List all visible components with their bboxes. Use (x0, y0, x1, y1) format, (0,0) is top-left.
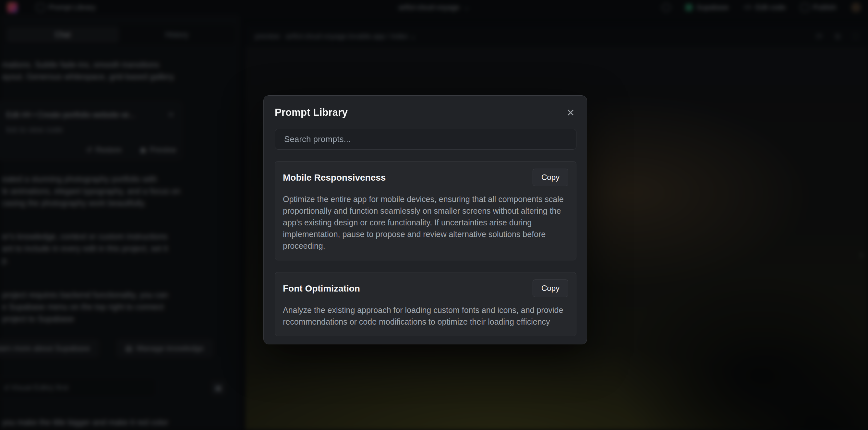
prompt-card: Mobile Responsiveness Copy Optimize the … (275, 161, 577, 260)
search-prompts-input[interactable] (275, 129, 577, 150)
prompt-title: Mobile Responsiveness (283, 168, 386, 183)
prompt-description: Analyze the existing approach for loadin… (283, 304, 568, 328)
prompt-library-modal: Prompt Library ✕ Mobile Responsiveness C… (264, 95, 587, 344)
prompt-description: Optimize the entire app for mobile devic… (283, 193, 568, 252)
app-screen: Prompt Library artful-cloud-voyage ⌄ Sup… (0, 0, 868, 430)
prompt-card: Font Optimization Copy Analyze the exist… (275, 272, 577, 336)
modal-title: Prompt Library (275, 107, 348, 118)
copy-button[interactable]: Copy (533, 168, 568, 186)
modal-close-button[interactable]: ✕ (563, 105, 578, 120)
prompt-title: Font Optimization (283, 279, 360, 294)
copy-button[interactable]: Copy (533, 279, 568, 297)
